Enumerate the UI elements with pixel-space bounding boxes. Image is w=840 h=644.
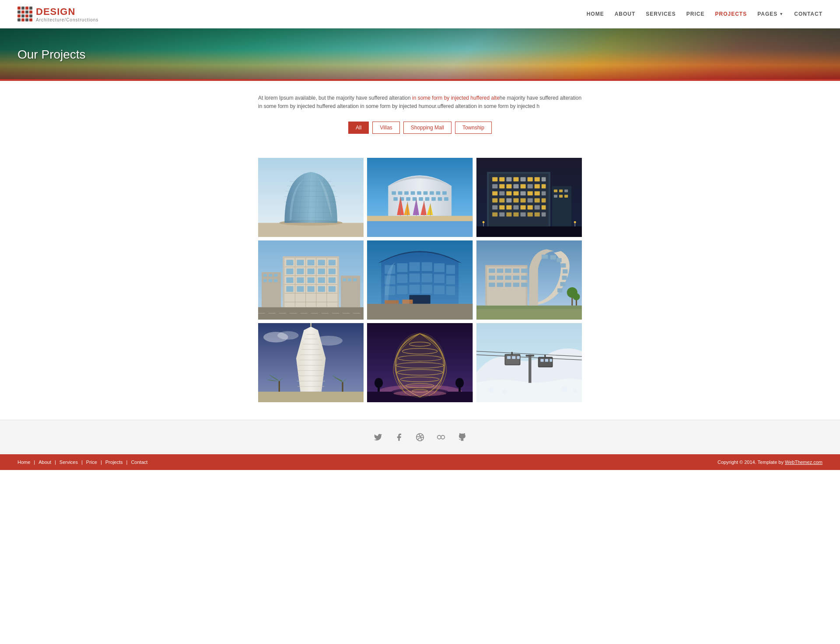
project-item-4[interactable] [258, 240, 364, 320]
filter-buttons: All Villas Shopping Mall Township [258, 122, 582, 134]
svg-rect-72 [527, 191, 532, 196]
svg-rect-74 [541, 191, 546, 196]
svg-rect-264 [528, 355, 531, 383]
svg-rect-265 [525, 355, 534, 357]
filter-township[interactable]: Township [455, 122, 492, 134]
facebook-icon[interactable] [393, 431, 405, 443]
dribbble-icon[interactable] [414, 431, 426, 443]
svg-rect-80 [527, 198, 532, 203]
nav-home[interactable]: HOME [587, 9, 604, 19]
svg-rect-63 [520, 184, 525, 189]
svg-rect-183 [550, 255, 556, 260]
svg-rect-81 [534, 198, 539, 203]
nav-contact[interactable]: CONTACT [794, 9, 822, 19]
svg-point-271 [438, 435, 441, 439]
svg-rect-89 [534, 205, 539, 210]
twitter-icon[interactable] [372, 431, 384, 443]
svg-rect-261 [545, 359, 548, 362]
svg-rect-91 [492, 212, 497, 217]
svg-rect-203 [497, 283, 503, 287]
filter-villas[interactable]: Villas [372, 122, 399, 134]
svg-rect-145 [269, 274, 272, 277]
svg-rect-18 [367, 216, 472, 221]
svg-rect-22 [411, 191, 415, 195]
svg-rect-15 [258, 223, 364, 237]
footer-link-projects[interactable]: Projects [105, 460, 123, 465]
svg-rect-153 [353, 278, 357, 281]
nav-projects[interactable]: PROJECTS [715, 9, 747, 19]
svg-rect-82 [541, 198, 546, 203]
svg-rect-168 [434, 275, 444, 283]
svg-point-267 [502, 390, 507, 394]
svg-rect-147 [263, 279, 267, 282]
project-item-3[interactable] [476, 158, 582, 237]
svg-rect-52 [499, 178, 504, 182]
svg-rect-257 [511, 352, 512, 355]
footer-sep-3: | [81, 460, 83, 465]
svg-rect-166 [410, 274, 420, 282]
svg-rect-263 [544, 355, 546, 358]
svg-rect-128 [286, 269, 293, 275]
footer-links: Home | About | Services | Price | Projec… [18, 460, 147, 465]
filter-all[interactable]: All [348, 122, 369, 134]
page-title: Our Projects [18, 48, 86, 62]
svg-rect-171 [397, 285, 408, 294]
nav-services[interactable]: SERVICES [646, 9, 676, 19]
svg-rect-186 [563, 269, 567, 274]
svg-rect-144 [263, 274, 267, 277]
footer-link-about[interactable]: About [38, 460, 51, 465]
svg-rect-113 [284, 258, 337, 309]
footer-social [0, 420, 840, 454]
svg-rect-57 [534, 178, 539, 182]
svg-rect-70 [513, 191, 518, 196]
svg-rect-185 [561, 264, 566, 268]
svg-rect-59 [492, 184, 497, 189]
svg-rect-262 [550, 359, 552, 362]
social-icons [0, 431, 840, 443]
project-item-7[interactable] [258, 323, 364, 402]
svg-rect-202 [489, 283, 495, 287]
logo-text: DESIGN Architecture/Constructions [36, 6, 98, 22]
svg-rect-71 [520, 191, 525, 196]
svg-rect-90 [541, 205, 546, 210]
svg-rect-65 [534, 184, 539, 189]
svg-rect-79 [520, 198, 525, 203]
project-item-1[interactable] [258, 158, 364, 237]
svg-rect-255 [512, 356, 515, 359]
footer-link-price[interactable]: Price [86, 460, 97, 465]
project-item-5[interactable] [367, 240, 472, 320]
github-icon[interactable] [456, 431, 468, 443]
svg-rect-75 [492, 198, 497, 203]
footer-sep-2: | [55, 460, 56, 465]
svg-rect-26 [436, 191, 441, 195]
svg-rect-160 [410, 262, 420, 271]
svg-rect-53 [506, 178, 511, 182]
nav-pages[interactable]: PAGES ▼ [757, 9, 784, 19]
svg-rect-73 [534, 191, 539, 196]
footer-link-services[interactable]: Services [60, 460, 78, 465]
nav-price[interactable]: PRICE [686, 9, 705, 19]
project-item-6[interactable] [476, 240, 582, 320]
nav-about[interactable]: ABOUT [615, 9, 636, 19]
footer-link-home[interactable]: Home [18, 460, 30, 465]
svg-rect-169 [446, 276, 455, 285]
svg-point-234 [396, 334, 445, 397]
project-item-9[interactable] [476, 323, 582, 402]
svg-rect-67 [492, 191, 497, 196]
svg-rect-61 [506, 184, 511, 189]
svg-rect-195 [513, 269, 519, 273]
footer-copyright-link[interactable]: WebThemez.com [785, 460, 822, 465]
project-item-8[interactable] [367, 323, 472, 402]
filter-shopping-mall[interactable]: Shopping Mall [403, 122, 452, 134]
footer-link-contact[interactable]: Contact [131, 460, 147, 465]
svg-rect-36 [444, 197, 448, 201]
svg-rect-20 [398, 191, 402, 195]
svg-rect-199 [505, 276, 511, 280]
svg-rect-188 [560, 282, 565, 286]
svg-rect-133 [286, 278, 293, 283]
svg-rect-17 [367, 219, 472, 237]
svg-rect-189 [557, 289, 562, 293]
svg-rect-126 [318, 260, 325, 266]
flickr-icon[interactable] [435, 431, 447, 443]
project-item-2[interactable] [367, 158, 472, 237]
